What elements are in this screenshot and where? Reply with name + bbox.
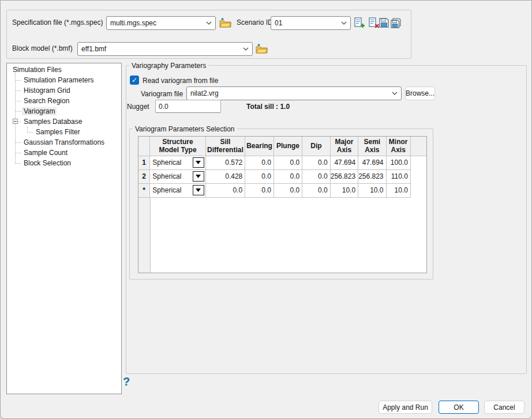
chevron-down-icon xyxy=(206,21,212,25)
scenario-id-label: Scenario ID xyxy=(237,18,273,27)
value-cell[interactable]: 47.694 xyxy=(330,156,358,169)
model-dropdown-icon[interactable] xyxy=(193,157,204,168)
block-model-label: Block model (*.bmf) xyxy=(12,44,73,52)
filler-cell xyxy=(410,169,426,183)
column-header-major-axis: MajorAxis xyxy=(330,137,358,156)
sidebar-item-histogram-grid[interactable]: Histogram Grid xyxy=(22,85,72,96)
sidebar-item-label: Block Selection xyxy=(22,159,73,167)
help-icon[interactable]: ? xyxy=(123,375,130,388)
variography-parameters-title: Variography Parameters xyxy=(129,62,208,70)
spec-file-combobox[interactable]: multi.mgs.spec xyxy=(106,16,216,30)
simulation-dialog: Specification file (*.mgs.spec) multi.mg… xyxy=(0,0,532,419)
column-header-semi-axis: SemiAxis xyxy=(358,137,386,156)
table-row: 2Spherical0.4280.00.00.0256.823256.82311… xyxy=(138,169,426,183)
tree-branch-stub xyxy=(16,163,21,164)
collapse-expander-icon[interactable] xyxy=(13,119,18,124)
value-cell[interactable]: 0.0 xyxy=(274,169,302,183)
column-header-structure-model-type: StructureModel Type xyxy=(150,137,205,156)
value-cell[interactable]: 0.0 xyxy=(245,183,274,197)
chevron-down-icon xyxy=(341,21,347,25)
column-header-minor-axis: MinorAxis xyxy=(386,137,410,156)
variogram-parameters-table: StructureModel TypeSillDifferentialBeari… xyxy=(138,136,427,273)
column-header-row-id xyxy=(138,137,150,156)
block-model-combobox[interactable]: eff1.bmf xyxy=(77,42,253,56)
scenario-id-value: 01 xyxy=(275,19,339,27)
browse-button[interactable]: Browse... xyxy=(405,86,435,100)
value-cell[interactable]: 0.0 xyxy=(302,169,331,183)
value-cell[interactable]: 0.572 xyxy=(205,156,245,169)
value-cell[interactable]: 100.0 xyxy=(386,156,410,169)
ok-button[interactable]: OK xyxy=(439,401,479,414)
spec-file-label: Specification file (*.mgs.spec) xyxy=(12,18,103,27)
row-header[interactable]: 2 xyxy=(138,169,150,183)
read-variogram-checkbox[interactable]: ✓ xyxy=(130,76,139,85)
tree-branch-stub xyxy=(16,90,21,91)
sidebar-item-gaussian-transformations[interactable]: Gaussian Transformations xyxy=(22,137,106,148)
scenario-id-combobox[interactable]: 01 xyxy=(271,16,351,30)
row-header[interactable]: 1 xyxy=(138,156,150,169)
value-cell[interactable]: 47.694 xyxy=(358,156,386,169)
table-row: *Spherical0.00.00.00.010.010.010.0 xyxy=(138,183,426,197)
cancel-button[interactable]: Cancel xyxy=(484,401,524,414)
sidebar-item-label: Samples Filter xyxy=(34,128,82,136)
column-header-sill-differential: SillDifferential xyxy=(205,137,245,156)
spec-file-value: multi.mgs.spec xyxy=(110,19,204,27)
value-cell[interactable]: 0.0 xyxy=(302,156,331,169)
variogram-file-combobox[interactable]: nilat2.vrg xyxy=(186,86,402,100)
value-cell[interactable]: 10.0 xyxy=(386,183,410,197)
sidebar-item-variogram[interactable]: Variogram xyxy=(22,106,57,116)
value-cell[interactable]: 0.0 xyxy=(205,183,245,197)
value-cell[interactable]: 10.0 xyxy=(358,183,386,197)
save-as-icon[interactable] xyxy=(390,17,401,28)
sidebar-item-label: Sample Count xyxy=(22,149,69,157)
open-block-model-folder-icon[interactable] xyxy=(255,43,268,54)
value-cell[interactable]: 10.0 xyxy=(330,183,358,197)
table-row: 1Spherical0.5720.00.00.047.69447.694100.… xyxy=(138,156,426,169)
sidebar-item-samples-filter[interactable]: Samples Filter xyxy=(34,127,82,137)
variogram-file-value: nilat2.vrg xyxy=(190,89,389,97)
value-cell[interactable]: 0.428 xyxy=(205,169,245,183)
value-cell[interactable]: 256.823 xyxy=(358,169,386,183)
model-dropdown-icon[interactable] xyxy=(193,185,204,195)
value-cell[interactable]: 0.0 xyxy=(245,156,274,169)
sidebar-item-label: Search Region xyxy=(22,97,71,105)
nugget-input[interactable] xyxy=(155,100,221,113)
value-cell[interactable]: 0.0 xyxy=(302,183,331,197)
structure-model-value: Spherical xyxy=(152,172,181,180)
total-sill-label: Total sill : 1.0 xyxy=(246,103,290,111)
tree-branch-stub xyxy=(16,101,21,101)
value-cell[interactable]: 0.0 xyxy=(245,169,274,183)
sidebar-item-samples-database[interactable]: Samples Database xyxy=(22,116,84,127)
chevron-down-icon xyxy=(243,47,249,51)
sidebar-item-label: Gaussian Transformations xyxy=(22,138,106,146)
sidebar-item-label: Variogram xyxy=(22,107,57,115)
value-cell[interactable]: 0.0 xyxy=(274,156,302,169)
save-icon[interactable] xyxy=(379,17,389,28)
sidebar-item-block-selection[interactable]: Block Selection xyxy=(22,158,73,168)
read-variogram-label: Read variogram from file xyxy=(143,77,218,85)
apply-and-run-button[interactable]: Apply and Run xyxy=(379,401,432,414)
open-spec-folder-icon[interactable] xyxy=(219,17,231,28)
tree-branch-stub xyxy=(16,153,21,153)
filler-cell xyxy=(410,156,426,169)
add-scenario-icon[interactable] xyxy=(354,17,365,29)
row-header[interactable]: * xyxy=(138,183,150,197)
sidebar-item-label: Simulation Files xyxy=(11,66,63,74)
simulation-files-tree: Simulation FilesSimulation ParametersHis… xyxy=(6,63,122,394)
column-header-filler xyxy=(410,137,426,156)
structure-model-cell[interactable]: Spherical xyxy=(150,156,205,169)
structure-model-cell[interactable]: Spherical xyxy=(150,169,205,183)
sidebar-item-simulation-files[interactable]: Simulation Files xyxy=(11,65,63,75)
sidebar-item-label: Histogram Grid xyxy=(22,86,72,95)
model-dropdown-icon[interactable] xyxy=(193,171,204,182)
value-cell[interactable]: 0.0 xyxy=(274,183,302,197)
value-cell[interactable]: 256.823 xyxy=(330,169,358,183)
value-cell[interactable]: 110.0 xyxy=(386,169,410,183)
sidebar-item-label: Simulation Parameters xyxy=(22,76,95,84)
structure-model-cell[interactable]: Spherical xyxy=(150,183,205,197)
delete-scenario-icon[interactable] xyxy=(368,17,380,29)
sidebar-item-simulation-parameters[interactable]: Simulation Parameters xyxy=(22,75,95,85)
sidebar-item-label: Samples Database xyxy=(22,118,84,126)
sidebar-item-search-region[interactable]: Search Region xyxy=(22,96,71,106)
sidebar-item-sample-count[interactable]: Sample Count xyxy=(22,148,69,158)
